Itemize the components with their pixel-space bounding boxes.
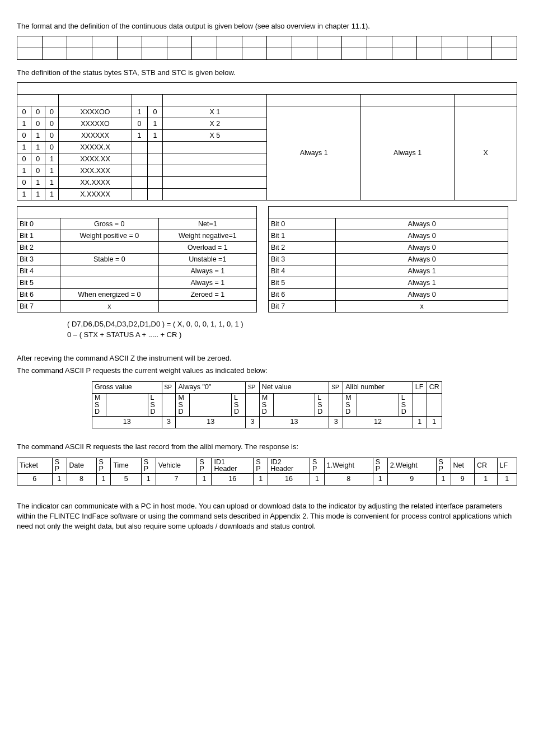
resp-val: 9 [387, 473, 436, 485]
status-cell: XXXXX.X [59, 142, 132, 153]
req-val: 1 [427, 416, 442, 428]
status-cell: 0 [45, 118, 59, 130]
frame-cell [42, 48, 67, 60]
status-cell: XXXX.XX [59, 153, 132, 165]
req-blank [357, 394, 399, 417]
bits-cell: Bit 1 [269, 230, 336, 242]
status-cell: 0 [31, 118, 45, 130]
status-col-hdr [455, 95, 517, 106]
status-cell: 1 [17, 165, 31, 177]
bits-cell: Bit 2 [269, 242, 336, 254]
bits-cell: Always = 1 [158, 277, 257, 289]
bits-cell: Always 1 [335, 277, 508, 289]
bits-cell: Weight negative=1 [158, 230, 257, 242]
status-cell: 0 [132, 118, 147, 130]
status-cell: 0 [31, 106, 45, 118]
frame-cell [217, 36, 242, 48]
req-msd: M S D [176, 394, 190, 417]
req-lsd: L S D [148, 394, 162, 417]
req-blank [162, 394, 176, 417]
status-cell [147, 153, 163, 165]
status-cell: 0 [17, 106, 31, 118]
bits-cell: Bit 4 [17, 265, 60, 277]
frame-cell [142, 48, 167, 60]
req-lsd: L S D [399, 394, 413, 417]
bits-cell: Stable = 0 [60, 254, 159, 265]
req-val: 3 [245, 416, 259, 428]
bits-cell [60, 277, 159, 289]
bits-cell: Bit 4 [269, 265, 336, 277]
status-cell: XXX.XXX [59, 165, 132, 177]
frame-cell [442, 36, 467, 48]
frame-cell [292, 36, 317, 48]
status-cell: XXXXOO [59, 106, 132, 118]
frame-cell [17, 36, 43, 48]
resp-hdr: S P [197, 458, 212, 473]
frame-cell [117, 48, 142, 60]
status-cell [132, 153, 147, 165]
status-cell: 1 [31, 142, 45, 153]
status-cell: 1 [17, 142, 31, 153]
bits-cell: Net=1 [158, 218, 257, 230]
frame-cell [367, 36, 392, 48]
frame-cell [467, 36, 492, 48]
frame-cell [267, 36, 292, 48]
req-hdr: CR [427, 382, 442, 394]
req-blank [245, 394, 259, 417]
bits-cell: Bit 5 [17, 277, 60, 289]
req-blank [190, 394, 232, 417]
bits-cell: Bit 5 [269, 277, 336, 289]
status-cell [132, 142, 147, 153]
status-cell: 0 [17, 153, 31, 165]
status-col-hdr [59, 95, 132, 106]
bits-cell: When energized = 0 [60, 289, 159, 301]
status-cell: 1 [132, 106, 147, 118]
req-lsd: L S D [231, 394, 245, 417]
status-cell [163, 142, 267, 153]
bits-cell [60, 242, 159, 254]
intro-text-1: The format and the definition of the con… [17, 21, 517, 31]
status-cell [163, 177, 267, 189]
req-hdr: SP [329, 382, 343, 394]
req-hdr: Always "0" [176, 382, 245, 394]
resp-val: 1 [497, 473, 517, 485]
bits-cell: Bit 3 [269, 254, 336, 265]
status-cell: 1 [45, 153, 59, 165]
frame-cell [217, 48, 242, 60]
frame-cell [492, 48, 517, 60]
status-cell: 0 [17, 177, 31, 189]
bits-cell: Always 0 [335, 289, 508, 301]
status-cell: X 5 [163, 130, 267, 142]
status-x: X [455, 106, 517, 200]
bits-cell: Bit 3 [17, 254, 60, 265]
after-text-2: The command ASCII P requests the current… [17, 366, 517, 376]
resp-hdr: 2.Weight [387, 458, 436, 473]
req-hdr: Net value [259, 382, 329, 394]
frame-cell [442, 48, 467, 60]
resp-hdr: S P [310, 458, 324, 473]
frame-cell [92, 36, 117, 48]
after-text-1: After receving the command ASCII Z the i… [17, 353, 517, 363]
status-col-hdr [132, 95, 163, 106]
request-table: Gross value SP Always "0" SP Net value S… [92, 381, 442, 428]
frame-cell [17, 48, 43, 60]
req-val: 13 [259, 416, 329, 428]
frame-cell [242, 48, 267, 60]
bits-cell: Always = 1 [158, 265, 257, 277]
resp-val: 1 [254, 473, 268, 485]
resp-val: 5 [111, 473, 141, 485]
resp-val: 1 [197, 473, 212, 485]
resp-val: 16 [268, 473, 310, 485]
frame-cell [167, 36, 192, 48]
resp-hdr: ID2 Header [268, 458, 310, 473]
resp-hdr: Date [67, 458, 96, 473]
status-cell: 1 [31, 189, 45, 200]
bits-left-hdr [17, 207, 257, 218]
frame-cell [67, 48, 92, 60]
req-val: 3 [162, 416, 176, 428]
frame-cell [192, 48, 217, 60]
frame-cell [342, 36, 367, 48]
status-cell: 1 [45, 165, 59, 177]
resp-val: 1 [373, 473, 387, 485]
bits-cell: Bit 2 [17, 242, 60, 254]
